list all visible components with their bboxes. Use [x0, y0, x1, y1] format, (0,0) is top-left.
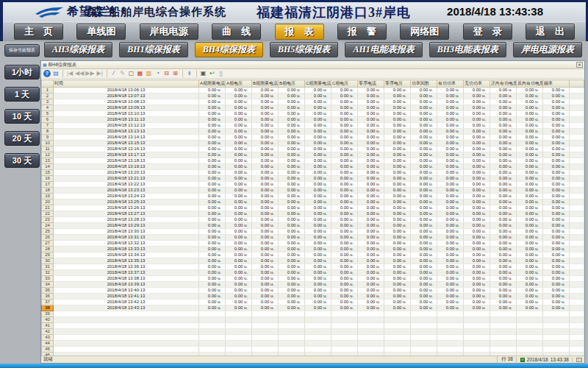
row-number[interactable]: 5	[42, 111, 54, 117]
period-button[interactable]: 10 天	[4, 109, 40, 124]
print-icon[interactable]: ▣	[200, 70, 207, 77]
column-header[interactable]: B相电压	[279, 80, 305, 88]
nav-button[interactable]: 登 录	[463, 24, 512, 40]
column-header[interactable]: A相电压	[226, 80, 252, 88]
column-header[interactable]: 零序电压	[384, 80, 411, 88]
column-header[interactable]: 功率因数	[411, 80, 437, 88]
color-grid-icon[interactable]: ▦	[137, 70, 144, 77]
prev-page-icon[interactable]: ◀◀	[75, 70, 84, 77]
column-header[interactable]: 反向有功电度	[517, 80, 543, 88]
row-number[interactable]: 18	[42, 188, 54, 194]
row-number[interactable]: 32	[42, 270, 54, 276]
row-number[interactable]: 25	[42, 229, 54, 235]
report-tab[interactable]: AH1电能表报表	[345, 42, 422, 57]
row-number[interactable]: 10	[42, 141, 54, 146]
help-icon[interactable]: ?	[43, 70, 51, 77]
copy-icon[interactable]: ▢	[128, 70, 135, 77]
row-number[interactable]: 28	[42, 247, 54, 252]
report-tab[interactable]: AH3综保报表	[44, 42, 112, 57]
nav-button[interactable]: 岸电电源	[140, 24, 198, 40]
row-number[interactable]: 41	[42, 323, 54, 329]
column-header[interactable]: B相测量电流	[252, 80, 279, 88]
row-number[interactable]: 4	[42, 105, 54, 111]
column-header[interactable]: 无功功率	[464, 80, 490, 88]
report-tab[interactable]: BH1综保报表	[119, 42, 187, 57]
row-number[interactable]: 27	[42, 241, 54, 247]
nav-button[interactable]: 退 出	[526, 24, 575, 40]
row-number[interactable]: 42	[42, 329, 54, 335]
nav-button[interactable]: 报 表	[275, 24, 324, 40]
save-return-icon[interactable]: ↩	[209, 70, 216, 77]
window-pin-icon[interactable]: #	[576, 62, 583, 68]
column-header[interactable]: C相测量电流	[305, 80, 331, 88]
column-header[interactable]: A相测量电流	[199, 80, 226, 88]
row-number[interactable]: 6	[42, 117, 54, 123]
column-header[interactable]: 频率	[543, 80, 570, 88]
row-number[interactable]: 43	[42, 335, 54, 341]
row-number[interactable]: 17	[42, 182, 54, 188]
report-date-icon[interactable]: ▤	[52, 70, 60, 77]
chart-icon[interactable]: ▥	[146, 70, 153, 77]
row-number[interactable]: 8	[42, 129, 54, 135]
row-number[interactable]: 37	[42, 300, 54, 305]
export-in-icon[interactable]: ⊟	[163, 70, 171, 77]
row-number[interactable]: 11	[42, 146, 54, 152]
period-button[interactable]: 1 天	[4, 87, 40, 102]
row-number[interactable]: 13	[42, 158, 54, 164]
row-number[interactable]: 23	[42, 217, 54, 223]
first-record-icon[interactable]: |◀	[66, 70, 74, 77]
brackets-icon[interactable]: []	[218, 70, 225, 77]
nav-button[interactable]: 网络图	[400, 24, 449, 40]
next-page-icon[interactable]: ▶▶	[85, 70, 94, 77]
row-number[interactable]: 40	[42, 317, 54, 323]
report-tab[interactable]: BH5综保报表	[270, 42, 338, 57]
row-number[interactable]: 35	[42, 288, 54, 294]
row-number[interactable]: 7	[42, 123, 54, 129]
row-number[interactable]: 20	[42, 199, 54, 205]
report-tab[interactable]: BH4综保报表	[195, 42, 263, 57]
row-number[interactable]: 31	[42, 264, 54, 270]
row-number[interactable]: 9	[42, 135, 54, 141]
row-number[interactable]: 45	[42, 347, 54, 353]
export-out-icon[interactable]: ⊞	[172, 70, 179, 77]
row-number[interactable]: 24	[42, 223, 54, 229]
nav-button[interactable]: 主 页	[14, 24, 63, 40]
nav-button[interactable]: 报 警	[337, 24, 387, 40]
clock-icon[interactable]: ◔	[154, 70, 162, 77]
column-header[interactable]: 时间	[54, 80, 199, 88]
row-number[interactable]: 33	[42, 276, 54, 282]
row-number[interactable]: 22	[42, 211, 54, 217]
signature-pen-icon[interactable]: ✎	[119, 70, 126, 77]
row-number[interactable]: 1	[42, 88, 54, 93]
row-number[interactable]: 34	[42, 282, 54, 288]
row-number[interactable]: 44	[42, 341, 54, 347]
row-number[interactable]: 2	[42, 93, 54, 99]
row-number[interactable]: 3	[42, 99, 54, 105]
row-number[interactable]: 16	[42, 176, 54, 182]
period-button[interactable]: 30 天	[4, 153, 40, 168]
draw-line-icon[interactable]: ∕	[110, 70, 118, 77]
column-header[interactable]: 有功功率	[437, 80, 464, 88]
row-number[interactable]: 12	[42, 152, 54, 158]
nav-button[interactable]: 单线图	[76, 24, 126, 40]
row-number[interactable]: 15	[42, 170, 54, 176]
report-tab[interactable]: 岸电电源报表	[513, 42, 582, 57]
row-number[interactable]: 14	[42, 164, 54, 170]
row-number[interactable]: 36	[42, 294, 54, 300]
row-number[interactable]: 21	[42, 205, 54, 211]
row-number[interactable]: 30	[42, 258, 54, 264]
row-number[interactable]: 39	[42, 311, 54, 317]
column-header[interactable]: 正向有功电度	[490, 80, 517, 88]
period-button[interactable]: 1小时	[4, 65, 40, 79]
row-number[interactable]: 26	[42, 235, 54, 241]
period-button[interactable]: 20 天	[4, 131, 40, 146]
nav-button[interactable]: 曲 线	[212, 24, 261, 40]
row-number[interactable]: 38	[42, 305, 54, 311]
report-tab[interactable]: BH3电能表报表	[429, 42, 506, 57]
row-number[interactable]: 29	[42, 252, 54, 258]
row-number[interactable]: 19	[42, 194, 54, 199]
column-header[interactable]: C相电压	[331, 80, 358, 88]
pause-icon[interactable]: ‖	[186, 70, 193, 77]
column-header[interactable]: 零序电流	[358, 80, 384, 88]
last-record-icon[interactable]: ▶|	[96, 70, 104, 77]
